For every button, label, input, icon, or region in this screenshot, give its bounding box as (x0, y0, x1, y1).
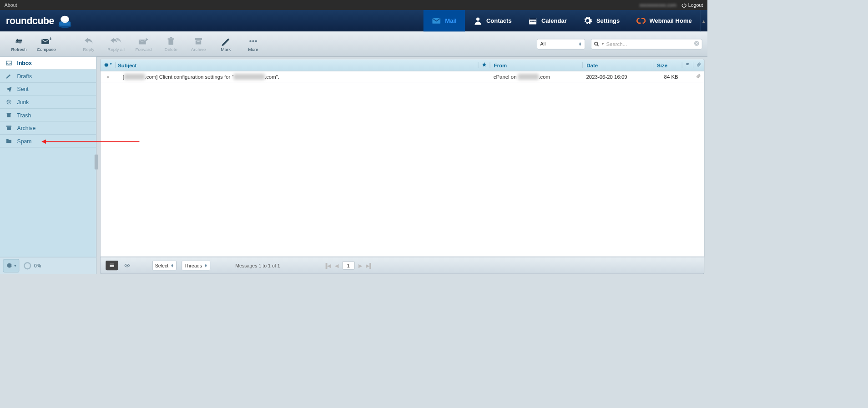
message-list-header: ▼ Subject From Date Size (101, 59, 704, 71)
first-page-button: ▐◀ (324, 262, 331, 268)
nav-tab-contacts[interactable]: Contacts (465, 10, 520, 31)
column-attachment[interactable] (693, 62, 704, 68)
search-clear-icon[interactable] (694, 40, 700, 47)
annotation-arrow (43, 141, 140, 142)
gear-icon (103, 62, 109, 68)
mark-icon (220, 36, 231, 45)
sidebar-footer: ▼ 0% (0, 257, 96, 274)
folder-trash[interactable]: Trash (0, 109, 96, 122)
archive-icon (193, 36, 204, 45)
archive-button: Archive (185, 36, 212, 51)
svg-rect-32 (110, 264, 114, 264)
svg-text:+: + (49, 36, 52, 41)
list-options-button[interactable]: ▼ (101, 62, 116, 68)
flag-icon (686, 62, 690, 67)
svg-rect-7 (529, 18, 536, 20)
svg-point-5 (476, 18, 479, 21)
nav-bar: roundcube Mail Contacts Calendar Setting… (0, 10, 707, 31)
column-from[interactable]: From (490, 62, 583, 68)
svg-rect-18 (196, 40, 201, 44)
search-input[interactable] (606, 41, 692, 47)
column-date[interactable]: Date (582, 62, 653, 68)
archive-folder-icon (5, 125, 12, 131)
delete-button: Delete (157, 36, 185, 51)
more-icon (247, 36, 258, 45)
about-link[interactable]: About (5, 2, 17, 8)
threads-dropdown[interactable]: Threads ▲▼ (182, 261, 210, 270)
contacts-icon (473, 16, 483, 25)
column-size[interactable]: Size (653, 62, 682, 68)
svg-point-20 (249, 40, 251, 42)
page-input[interactable] (342, 262, 355, 270)
message-list: ▼ Subject From Date Size ● [xxx (100, 59, 704, 257)
select-arrows-icon: ▲▼ (578, 42, 581, 46)
reply-icon (83, 36, 94, 45)
folder-icon (5, 137, 12, 144)
nav-tab-calendar[interactable]: Calendar (520, 10, 575, 31)
svg-rect-8 (530, 21, 532, 22)
sidebar-splitter[interactable] (95, 155, 98, 170)
search-options-caret[interactable]: ▼ (601, 42, 605, 46)
gear-icon (5, 262, 13, 269)
logout-link[interactable]: Logout (681, 2, 703, 8)
pencil-icon (5, 73, 12, 80)
mail-icon (432, 16, 441, 25)
refresh-icon (13, 36, 24, 45)
more-button[interactable]: More (239, 36, 267, 51)
folder-actions-button[interactable]: ▼ (3, 259, 20, 272)
compose-button[interactable]: + Compose (33, 36, 60, 51)
nav-dropdown-caret[interactable]: ▴ (700, 10, 707, 31)
quota-display: 0% (24, 262, 41, 269)
list-view-toggle[interactable] (106, 261, 118, 270)
pager: ▐◀ ◀ ▶ ▶▌ (324, 262, 373, 270)
folder-junk[interactable]: Junk (0, 96, 96, 109)
reply-all-icon (111, 36, 121, 45)
last-page-button: ▶▌ (366, 262, 373, 268)
reply-button: Reply (75, 36, 102, 51)
toolbar: Refresh + Compose Reply Reply all Forwar… (0, 31, 707, 56)
svg-rect-34 (110, 266, 114, 267)
column-star[interactable] (478, 62, 490, 68)
list-footer: Select ▲▼ Threads ▲▼ Messages 1 to 1 of … (100, 257, 704, 274)
svg-point-21 (252, 40, 254, 42)
folder-drafts[interactable]: Drafts (0, 70, 96, 83)
preview-icon (123, 262, 131, 268)
svg-rect-15 (168, 38, 174, 40)
message-size: 84 KB (653, 74, 682, 80)
list-icon (109, 263, 116, 268)
preview-toggle[interactable] (123, 262, 131, 269)
top-bar: About xxxxxxxxxxx.com Logout (0, 0, 707, 10)
trash-icon (165, 36, 176, 45)
message-subject: [xxxxxxxx.com] Client configuration sett… (115, 74, 478, 80)
svg-rect-10 (535, 21, 536, 22)
gear-icon (583, 16, 593, 25)
junk-icon (5, 99, 12, 106)
message-count-status: Messages 1 to 1 of 1 (235, 262, 280, 268)
main-area: Inbox Drafts Sent Junk Trash Archive (0, 57, 707, 274)
forward-icon (138, 36, 149, 45)
nav-tab-settings[interactable]: Settings (575, 10, 628, 31)
sent-icon (5, 86, 12, 92)
message-row[interactable]: ● [xxxxxxxx.com] Client configuration se… (101, 71, 704, 82)
nav-tab-mail[interactable]: Mail (424, 10, 465, 31)
svg-point-25 (8, 101, 10, 103)
logo: roundcube (0, 10, 73, 31)
svg-rect-16 (170, 37, 172, 38)
read-status-icon: ● (101, 74, 116, 80)
search-icon (594, 41, 600, 47)
column-subject[interactable]: Subject (115, 62, 478, 68)
nav-tab-webmail-home[interactable]: Webmail Home (628, 10, 700, 31)
folder-archive[interactable]: Archive (0, 121, 96, 135)
attachment-icon (696, 62, 701, 67)
column-flag[interactable] (682, 62, 693, 68)
folder-sent[interactable]: Sent (0, 83, 96, 96)
calendar-icon (528, 16, 538, 25)
select-dropdown[interactable]: Select ▲▼ (152, 261, 177, 270)
folder-inbox[interactable]: Inbox (0, 57, 96, 70)
refresh-button[interactable]: Refresh (5, 36, 32, 51)
roundcube-logo-icon (56, 12, 73, 29)
mark-button[interactable]: Mark (212, 36, 239, 51)
quota-circle-icon (24, 262, 31, 269)
message-from: cPanel on xxxxxxxx.com (490, 74, 583, 80)
filter-select[interactable]: All ▲▼ (537, 39, 585, 49)
